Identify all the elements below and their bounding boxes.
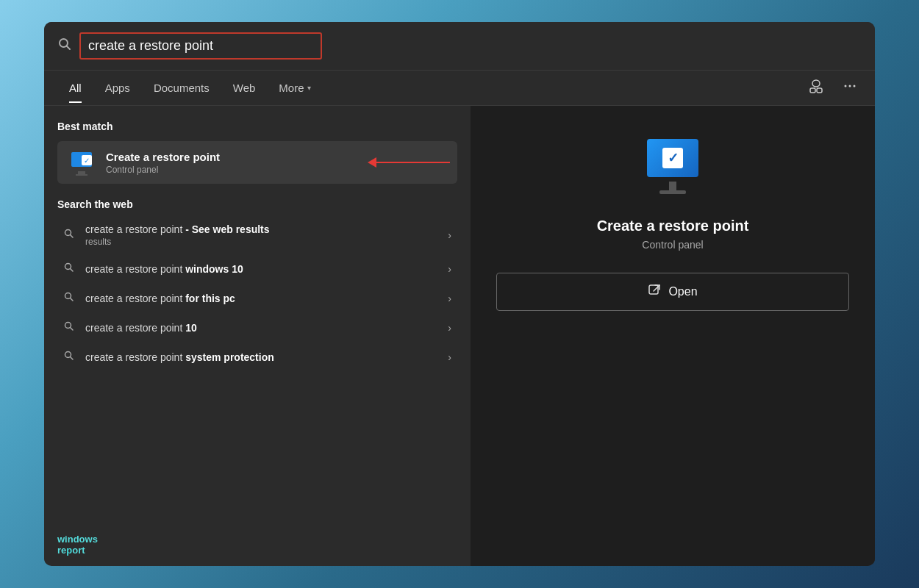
- svg-line-15: [71, 328, 74, 331]
- best-match-item[interactable]: ✓ Create a restore point Control panel: [57, 141, 457, 184]
- right-app-icon: ✓: [640, 135, 706, 201]
- tab-apps[interactable]: Apps: [93, 73, 142, 103]
- right-pane: ✓ Create a restore point Control panel O…: [471, 106, 875, 566]
- web-search-icon: [63, 228, 75, 243]
- right-app-name: Create a restore point: [597, 218, 749, 234]
- app-icon: ✓: [68, 148, 96, 176]
- web-result-text-5: create a restore point system protection: [85, 351, 448, 363]
- lm-base: [659, 190, 686, 194]
- svg-rect-4: [817, 88, 822, 93]
- monitor-base: [76, 174, 87, 176]
- arrow-annotation: [368, 157, 450, 168]
- svg-point-7: [854, 85, 856, 87]
- svg-line-9: [71, 235, 74, 238]
- arrow-line: [376, 162, 450, 163]
- tab-more[interactable]: More ▾: [267, 73, 322, 103]
- checkmark-badge: ✓: [82, 155, 92, 165]
- left-pane: Best match ✓ Create a restore point Cont…: [44, 106, 471, 566]
- svg-rect-2: [812, 80, 820, 87]
- tab-web[interactable]: Web: [221, 73, 268, 103]
- svg-line-11: [71, 269, 74, 272]
- web-result-text-4: create a restore point 10: [85, 322, 448, 334]
- web-result-text-2: create a restore point windows 10: [85, 263, 448, 275]
- tab-all[interactable]: All: [57, 73, 93, 103]
- web-search-icon-2: [63, 262, 75, 276]
- tabs-row: All Apps Documents Web More ▾: [44, 71, 875, 106]
- svg-rect-3: [810, 88, 815, 93]
- web-search-icon-3: [63, 291, 75, 306]
- arrow-head: [368, 157, 376, 168]
- web-result-arrow-5: ›: [448, 351, 451, 363]
- web-result-arrow: ›: [448, 229, 451, 241]
- search-icon: [57, 37, 72, 55]
- web-result-item[interactable]: create a restore point 10 ›: [57, 313, 457, 343]
- tabs-right: [804, 74, 862, 101]
- watermark: windowsreport: [57, 534, 98, 556]
- web-search-icon-5: [63, 350, 75, 365]
- chevron-down-icon: ▾: [307, 84, 311, 92]
- search-input[interactable]: [79, 32, 322, 60]
- web-result-arrow-2: ›: [448, 263, 451, 275]
- web-result-item[interactable]: create a restore point for this pc ›: [57, 284, 457, 313]
- svg-line-17: [71, 357, 74, 360]
- more-options-icon[interactable]: [838, 74, 862, 101]
- svg-line-19: [654, 285, 659, 291]
- web-result-arrow-4: ›: [448, 322, 451, 334]
- svg-point-6: [849, 85, 851, 87]
- lm-screen: ✓: [647, 139, 698, 177]
- svg-rect-18: [649, 285, 658, 294]
- web-result-text-3: create a restore point for this pc: [85, 293, 448, 304]
- web-result-text: create a restore point - See web results…: [85, 223, 448, 247]
- tab-documents[interactable]: Documents: [142, 73, 221, 103]
- large-monitor-icon: ✓: [640, 139, 705, 198]
- svg-point-5: [845, 85, 847, 87]
- search-panel: All Apps Documents Web More ▾: [44, 22, 875, 566]
- account-icon[interactable]: [804, 74, 828, 101]
- open-icon: [648, 284, 661, 300]
- open-button-label: Open: [668, 285, 697, 298]
- web-result-arrow-3: ›: [448, 293, 451, 304]
- search-bar: [44, 22, 875, 71]
- web-search-icon-4: [63, 320, 75, 335]
- content-area: Best match ✓ Create a restore point Cont…: [44, 106, 875, 566]
- web-result-item[interactable]: create a restore point - See web results…: [57, 216, 457, 254]
- svg-line-1: [67, 46, 71, 50]
- svg-line-13: [71, 298, 74, 301]
- right-app-type: Control panel: [642, 239, 703, 251]
- web-section-label: Search the web: [57, 198, 457, 210]
- lm-checkmark: ✓: [662, 148, 683, 168]
- web-result-item[interactable]: create a restore point system protection…: [57, 343, 457, 372]
- best-match-label: Best match: [57, 121, 457, 132]
- open-button[interactable]: Open: [496, 273, 849, 311]
- watermark-text: windowsreport: [57, 534, 98, 556]
- web-result-item[interactable]: create a restore point windows 10 ›: [57, 254, 457, 284]
- lm-neck: [669, 182, 676, 190]
